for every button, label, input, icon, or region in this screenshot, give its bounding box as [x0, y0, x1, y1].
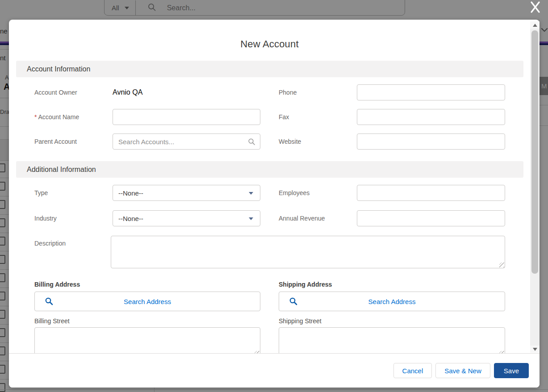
account-name-label: *Account Name — [34, 113, 113, 121]
new-account-modal: New Account Account Information Account … — [9, 20, 540, 388]
shipping-street-label: Shipping Street — [279, 317, 505, 325]
section-account-information: Account Information — [16, 61, 523, 77]
field-website: Website — [279, 133, 505, 150]
close-icon[interactable] — [528, 0, 542, 14]
billing-address-column: Billing Address Search Address Billing S… — [34, 281, 260, 353]
account-name-input[interactable] — [113, 109, 260, 125]
shipping-address-column: Shipping Address Search Address Shipping… — [279, 281, 505, 353]
type-select-value: --None-- — [118, 189, 143, 197]
industry-select-value: --None-- — [118, 215, 143, 222]
shipping-search-address-label: Search Address — [368, 298, 416, 305]
account-owner-value: Avnio QA — [113, 88, 142, 96]
description-label: Description — [34, 236, 111, 247]
billing-street-label: Billing Street — [34, 317, 260, 325]
industry-select[interactable]: --None-- — [113, 210, 260, 226]
required-asterisk: * — [34, 113, 37, 121]
modal-title: New Account — [9, 38, 530, 50]
screen: All Search... ne nt A A Dra — [0, 0, 548, 392]
scroll-down-arrow[interactable] — [530, 346, 540, 353]
save-and-new-button[interactable]: Save & New — [435, 363, 490, 378]
billing-search-address-button[interactable]: Search Address — [34, 292, 260, 311]
field-description: Description — [34, 236, 505, 268]
industry-label: Industry — [34, 215, 113, 222]
website-input[interactable] — [357, 133, 505, 150]
field-industry: Industry --None-- — [34, 210, 260, 226]
type-select[interactable]: --None-- — [113, 185, 260, 201]
parent-account-input[interactable] — [113, 133, 260, 150]
website-label: Website — [279, 138, 357, 145]
field-account-owner: Account Owner Avnio QA — [34, 84, 260, 100]
search-icon — [248, 138, 255, 146]
field-annual-revenue: Annual Revenue — [279, 210, 505, 226]
triangle-down-icon — [533, 348, 537, 351]
field-fax: Fax — [279, 109, 505, 125]
modal-scrollbar[interactable] — [530, 21, 540, 353]
fax-input[interactable] — [357, 109, 505, 125]
cancel-button[interactable]: Cancel — [393, 363, 432, 378]
chevron-down-icon — [249, 217, 253, 220]
resize-grip-icon[interactable] — [499, 263, 504, 267]
triangle-up-icon — [533, 24, 537, 27]
field-type: Type --None-- — [34, 185, 260, 201]
employees-label: Employees — [279, 189, 357, 196]
search-icon — [45, 297, 54, 306]
annual-revenue-label: Annual Revenue — [279, 215, 357, 222]
parent-account-label: Parent Account — [34, 138, 113, 145]
shipping-address-heading: Shipping Address — [279, 281, 505, 288]
description-textarea[interactable] — [111, 236, 505, 268]
section-additional-information: Additional Information — [16, 161, 523, 178]
employees-input[interactable] — [357, 185, 505, 201]
scroll-up-arrow[interactable] — [530, 21, 540, 29]
annual-revenue-input[interactable] — [357, 210, 505, 226]
shipping-street-textarea[interactable] — [279, 327, 505, 353]
chevron-down-icon — [249, 192, 253, 195]
fax-label: Fax — [279, 113, 357, 121]
save-button[interactable]: Save — [494, 363, 529, 378]
account-owner-label: Account Owner — [34, 89, 113, 96]
phone-input[interactable] — [357, 84, 505, 100]
field-account-name: *Account Name — [34, 109, 260, 125]
field-phone: Phone — [279, 84, 505, 100]
phone-label: Phone — [279, 89, 357, 96]
field-parent-account: Parent Account — [34, 133, 260, 150]
search-icon — [289, 297, 298, 306]
field-employees: Employees — [279, 185, 505, 201]
shipping-search-address-button[interactable]: Search Address — [279, 292, 505, 311]
billing-address-heading: Billing Address — [34, 281, 260, 288]
billing-street-textarea[interactable] — [34, 327, 260, 353]
billing-search-address-label: Search Address — [124, 298, 171, 305]
type-label: Type — [34, 189, 113, 196]
modal-footer: Cancel Save & New Save — [9, 353, 540, 388]
modal-body: New Account Account Information Account … — [9, 20, 530, 353]
scrollbar-thumb[interactable] — [531, 30, 538, 274]
